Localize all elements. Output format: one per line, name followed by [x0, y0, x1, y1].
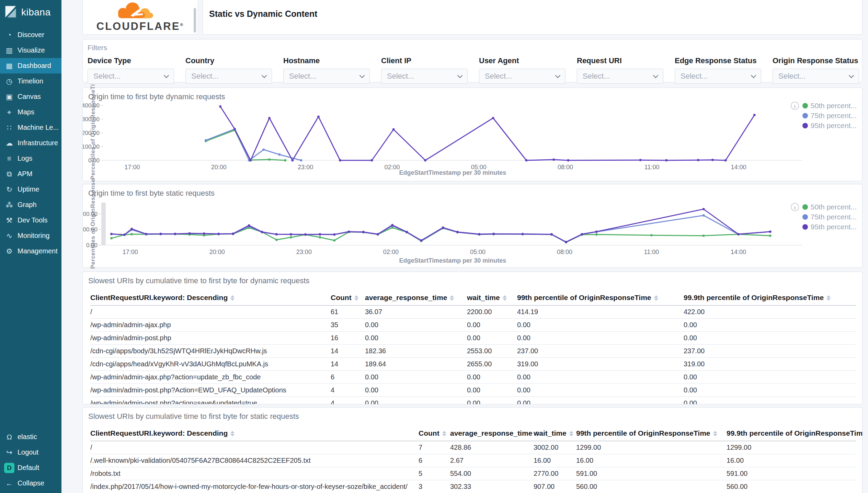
sidebar-item-graph[interactable]: ⁂ Graph	[0, 197, 61, 213]
sort-icon	[230, 431, 235, 436]
sidebar-item-maps[interactable]: ⌖ Maps	[0, 104, 61, 120]
sidebar-item-uptime[interactable]: ↻ Uptime	[0, 182, 61, 197]
column-header[interactable]: Count	[331, 292, 365, 306]
sidebar-item-management[interactable]: ⚙ Management	[0, 243, 61, 259]
cloud-server-icon: ☁	[4, 139, 14, 147]
sidebar-item-apm[interactable]: ⧉ APM	[0, 166, 61, 182]
filter-select[interactable]: Select...	[479, 69, 566, 84]
table-cell: /wp-admin/admin-post.php?action=save&upd…	[90, 397, 331, 405]
chevron-down-icon	[555, 72, 561, 78]
table-cell: 237.00	[517, 345, 684, 358]
filter-select[interactable]: Select...	[283, 69, 370, 84]
uptime-clock-icon: ↻	[4, 185, 14, 194]
sidebar-item-timelion[interactable]: ◷ Timelion	[0, 73, 61, 89]
filter-select[interactable]: Select...	[88, 69, 174, 84]
nav-item-label: Infrastructure	[18, 139, 58, 147]
column-header-label: ClientRequestURI.keyword: Descending	[90, 294, 228, 301]
legend-toggle-icon[interactable]: ›	[791, 102, 799, 110]
filter-field-label: Request URI	[577, 56, 663, 65]
column-header[interactable]: ClientRequestURI.keyword: Descending	[90, 292, 331, 306]
table-panel-static-slowest-uris: Slowest URIs by cumulative time to first…	[82, 407, 863, 493]
table-cell: 7	[419, 441, 450, 454]
legend-item[interactable]: 50th percent...	[802, 203, 857, 211]
table-cell: 2553.00	[467, 345, 517, 358]
kibana-logo[interactable]: kibana	[0, 0, 61, 24]
sidebar-item-machine-learning[interactable]: ∷ Machine Le...	[0, 120, 61, 135]
legend-item[interactable]: 95th percent...	[802, 223, 857, 231]
table-cell: /	[90, 306, 331, 319]
table-cell: 0.00	[365, 319, 467, 332]
table-row: /7428.863002.001299.001299.00	[90, 441, 856, 454]
filter-select[interactable]: Select...	[773, 69, 859, 84]
table-cell: /wp-admin/admin-post.php?Action=EWD_UFAQ…	[90, 384, 331, 397]
sidebar-item-dev-tools[interactable]: ⚒ Dev Tools	[0, 213, 61, 228]
sidebar-item-infrastructure[interactable]: ☁ Infrastructure	[0, 135, 61, 151]
filter-select-placeholder: Select...	[387, 72, 414, 81]
table-row: /6136.072200.00414.19422.00	[90, 306, 856, 319]
page-title: Static vs Dynamic Content	[203, 0, 862, 19]
column-header[interactable]: wait_time	[534, 428, 576, 441]
sidebar-item-collapse[interactable]: ← Collapse	[0, 475, 61, 491]
table-cell: 0.00	[467, 332, 517, 345]
sidebar-item-visualize[interactable]: ▥ Visualize	[0, 43, 61, 58]
column-header[interactable]: 99.9th percentile of OriginResponseTime	[684, 292, 856, 306]
sidebar-item-discover[interactable]: ◔ Discover	[0, 27, 61, 43]
slowest-uris-dynamic-table: ClientRequestURI.keyword: DescendingCoun…	[90, 292, 856, 404]
log-lines-icon: ≡	[4, 154, 14, 163]
legend-item[interactable]: 75th percent...	[802, 112, 857, 120]
filter-select[interactable]: Select...	[675, 69, 761, 84]
filter-field: Edge Response Status Select...	[675, 56, 761, 84]
column-header[interactable]: 99th percentile of OriginResponseTime	[576, 428, 727, 441]
nav-item-label: elastic	[18, 433, 37, 441]
table-cell: 182.36	[365, 345, 467, 358]
sidebar-item-logs[interactable]: ≡ Logs	[0, 151, 61, 166]
sidebar-item-elastic-user[interactable]: Ω elastic	[0, 429, 61, 445]
table-cell: 907.00	[534, 480, 576, 493]
table-cell: 2.67	[450, 454, 534, 467]
filter-select[interactable]: Select...	[381, 69, 468, 84]
timelion-icon: ◷	[4, 77, 14, 85]
filter-select[interactable]: Select...	[185, 69, 272, 84]
panel-scrollbar-thumb[interactable]	[194, 8, 196, 33]
table-cell: 414.19	[517, 306, 684, 319]
column-header[interactable]: average_response_time	[450, 428, 534, 441]
column-header[interactable]: average_response_time	[365, 292, 467, 306]
sidebar-item-dashboard[interactable]: ▦ Dashboard	[0, 58, 61, 73]
column-header[interactable]: ClientRequestURI.keyword: Descending	[90, 428, 419, 441]
filter-field-label: Hostname	[283, 56, 370, 65]
default-space-badge: D	[4, 463, 14, 473]
kibana-logo-icon	[4, 5, 17, 20]
column-header[interactable]: Count	[419, 428, 450, 441]
table-row: /cdn-cgi/apps/body/3Lh52SjWTQ4HRlErJykHq…	[90, 345, 856, 358]
column-header[interactable]: wait_time	[467, 292, 517, 306]
table-cell: /	[90, 441, 419, 454]
sidebar-item-logout[interactable]: ↪ Logout	[0, 445, 61, 460]
nav-item-label: Dev Tools	[18, 216, 47, 224]
nav-item-label: Collapse	[18, 479, 44, 487]
logout-door-icon: ↪	[4, 448, 14, 457]
filter-select[interactable]: Select...	[577, 69, 663, 84]
svg-text:17:00: 17:00	[123, 249, 138, 255]
table-body: /7428.863002.001299.001299.00 /.well-kno…	[90, 441, 856, 493]
table-cell: 16.00	[727, 454, 856, 467]
filter-field: Request URI Select...	[577, 56, 663, 84]
registered-mark: ®	[180, 22, 184, 27]
legend-item[interactable]: 50th percent...	[802, 102, 857, 110]
legend-item[interactable]: 75th percent...	[802, 213, 857, 221]
table-cell: 0.00	[365, 397, 467, 405]
legend-item[interactable]: 95th percent...	[802, 122, 857, 130]
chart-title: Origin time to first byte static request…	[83, 184, 862, 198]
column-header[interactable]: 99th percentile of OriginResponseTime	[517, 292, 684, 306]
filter-row: Device Type Select... Country Select... …	[88, 56, 862, 84]
sidebar-item-canvas[interactable]: ▣ Canvas	[0, 89, 61, 104]
table-row: /wp-admin/admin-ajax.php350.000.000.000.…	[90, 319, 856, 332]
sidebar-item-default-space[interactable]: D Default	[0, 460, 61, 475]
column-header[interactable]: 99.9th percentile of OriginResponseTime	[727, 428, 856, 441]
chevron-down-icon	[653, 72, 659, 78]
legend-items: 50th percent... 75th percent... 95th per…	[802, 203, 857, 231]
filter-field-label: User Agent	[479, 56, 566, 65]
table-cell: /cdn-cgi/apps/body/3Lh52SjWTQ4HRlErJykHq…	[90, 345, 331, 358]
sidebar-item-monitoring[interactable]: ∿ Monitoring	[0, 228, 61, 243]
legend-toggle-icon[interactable]: ›	[791, 203, 799, 211]
kibana-app: kibana ◔ Discover ▥ Visualize ▦ Dashboar…	[0, 0, 868, 493]
